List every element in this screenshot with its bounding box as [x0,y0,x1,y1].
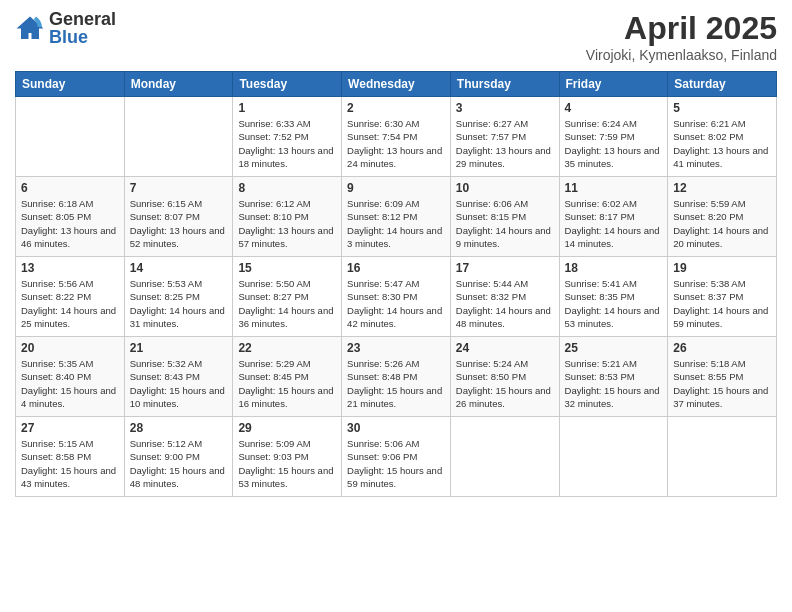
calendar-cell: 25Sunrise: 5:21 AM Sunset: 8:53 PM Dayli… [559,337,668,417]
calendar-cell: 2Sunrise: 6:30 AM Sunset: 7:54 PM Daylig… [342,97,451,177]
day-number: 7 [130,181,228,195]
day-info: Sunrise: 6:15 AM Sunset: 8:07 PM Dayligh… [130,197,228,250]
calendar-cell: 6Sunrise: 6:18 AM Sunset: 8:05 PM Daylig… [16,177,125,257]
day-header-tuesday: Tuesday [233,72,342,97]
calendar-week-3: 20Sunrise: 5:35 AM Sunset: 8:40 PM Dayli… [16,337,777,417]
day-number: 20 [21,341,119,355]
day-number: 22 [238,341,336,355]
calendar-week-2: 13Sunrise: 5:56 AM Sunset: 8:22 PM Dayli… [16,257,777,337]
day-info: Sunrise: 5:12 AM Sunset: 9:00 PM Dayligh… [130,437,228,490]
day-number: 3 [456,101,554,115]
day-number: 24 [456,341,554,355]
page: General Blue April 2025 Virojoki, Kymenl… [0,0,792,612]
day-number: 10 [456,181,554,195]
day-header-friday: Friday [559,72,668,97]
calendar-cell: 16Sunrise: 5:47 AM Sunset: 8:30 PM Dayli… [342,257,451,337]
calendar-cell: 28Sunrise: 5:12 AM Sunset: 9:00 PM Dayli… [124,417,233,497]
day-number: 8 [238,181,336,195]
header: General Blue April 2025 Virojoki, Kymenl… [15,10,777,63]
day-number: 17 [456,261,554,275]
day-header-wednesday: Wednesday [342,72,451,97]
calendar-cell: 21Sunrise: 5:32 AM Sunset: 8:43 PM Dayli… [124,337,233,417]
calendar-cell: 20Sunrise: 5:35 AM Sunset: 8:40 PM Dayli… [16,337,125,417]
day-number: 14 [130,261,228,275]
day-info: Sunrise: 5:26 AM Sunset: 8:48 PM Dayligh… [347,357,445,410]
day-number: 18 [565,261,663,275]
calendar-cell: 13Sunrise: 5:56 AM Sunset: 8:22 PM Dayli… [16,257,125,337]
day-info: Sunrise: 5:06 AM Sunset: 9:06 PM Dayligh… [347,437,445,490]
calendar-cell: 18Sunrise: 5:41 AM Sunset: 8:35 PM Dayli… [559,257,668,337]
day-header-monday: Monday [124,72,233,97]
day-info: Sunrise: 5:47 AM Sunset: 8:30 PM Dayligh… [347,277,445,330]
day-info: Sunrise: 6:21 AM Sunset: 8:02 PM Dayligh… [673,117,771,170]
calendar-cell: 30Sunrise: 5:06 AM Sunset: 9:06 PM Dayli… [342,417,451,497]
day-info: Sunrise: 5:50 AM Sunset: 8:27 PM Dayligh… [238,277,336,330]
calendar-cell [124,97,233,177]
calendar-cell [668,417,777,497]
calendar-cell: 11Sunrise: 6:02 AM Sunset: 8:17 PM Dayli… [559,177,668,257]
day-info: Sunrise: 5:35 AM Sunset: 8:40 PM Dayligh… [21,357,119,410]
day-number: 1 [238,101,336,115]
calendar-cell: 1Sunrise: 6:33 AM Sunset: 7:52 PM Daylig… [233,97,342,177]
day-number: 23 [347,341,445,355]
day-info: Sunrise: 6:33 AM Sunset: 7:52 PM Dayligh… [238,117,336,170]
calendar-cell: 3Sunrise: 6:27 AM Sunset: 7:57 PM Daylig… [450,97,559,177]
day-number: 16 [347,261,445,275]
calendar-table: SundayMondayTuesdayWednesdayThursdayFrid… [15,71,777,497]
day-info: Sunrise: 6:09 AM Sunset: 8:12 PM Dayligh… [347,197,445,250]
day-number: 2 [347,101,445,115]
logo-general-text: General [49,10,116,28]
day-number: 12 [673,181,771,195]
day-headers-row: SundayMondayTuesdayWednesdayThursdayFrid… [16,72,777,97]
day-info: Sunrise: 5:56 AM Sunset: 8:22 PM Dayligh… [21,277,119,330]
day-info: Sunrise: 6:02 AM Sunset: 8:17 PM Dayligh… [565,197,663,250]
calendar-cell: 19Sunrise: 5:38 AM Sunset: 8:37 PM Dayli… [668,257,777,337]
day-info: Sunrise: 5:44 AM Sunset: 8:32 PM Dayligh… [456,277,554,330]
day-info: Sunrise: 6:12 AM Sunset: 8:10 PM Dayligh… [238,197,336,250]
day-info: Sunrise: 5:21 AM Sunset: 8:53 PM Dayligh… [565,357,663,410]
day-info: Sunrise: 5:32 AM Sunset: 8:43 PM Dayligh… [130,357,228,410]
calendar-cell: 26Sunrise: 5:18 AM Sunset: 8:55 PM Dayli… [668,337,777,417]
day-info: Sunrise: 5:29 AM Sunset: 8:45 PM Dayligh… [238,357,336,410]
calendar-cell: 14Sunrise: 5:53 AM Sunset: 8:25 PM Dayli… [124,257,233,337]
calendar-cell [450,417,559,497]
day-info: Sunrise: 6:24 AM Sunset: 7:59 PM Dayligh… [565,117,663,170]
day-header-saturday: Saturday [668,72,777,97]
calendar-week-0: 1Sunrise: 6:33 AM Sunset: 7:52 PM Daylig… [16,97,777,177]
day-number: 5 [673,101,771,115]
calendar-body: 1Sunrise: 6:33 AM Sunset: 7:52 PM Daylig… [16,97,777,497]
day-info: Sunrise: 5:18 AM Sunset: 8:55 PM Dayligh… [673,357,771,410]
day-info: Sunrise: 6:27 AM Sunset: 7:57 PM Dayligh… [456,117,554,170]
logo-icon [15,13,45,43]
title-block: April 2025 Virojoki, Kymenlaakso, Finlan… [586,10,777,63]
calendar-cell [16,97,125,177]
day-number: 30 [347,421,445,435]
calendar-cell: 12Sunrise: 5:59 AM Sunset: 8:20 PM Dayli… [668,177,777,257]
day-info: Sunrise: 5:15 AM Sunset: 8:58 PM Dayligh… [21,437,119,490]
day-number: 27 [21,421,119,435]
day-number: 13 [21,261,119,275]
day-number: 11 [565,181,663,195]
day-number: 19 [673,261,771,275]
calendar-cell: 8Sunrise: 6:12 AM Sunset: 8:10 PM Daylig… [233,177,342,257]
day-number: 29 [238,421,336,435]
main-title: April 2025 [586,10,777,47]
day-info: Sunrise: 5:38 AM Sunset: 8:37 PM Dayligh… [673,277,771,330]
calendar-cell: 17Sunrise: 5:44 AM Sunset: 8:32 PM Dayli… [450,257,559,337]
day-number: 6 [21,181,119,195]
subtitle: Virojoki, Kymenlaakso, Finland [586,47,777,63]
calendar-cell [559,417,668,497]
day-number: 28 [130,421,228,435]
day-number: 9 [347,181,445,195]
day-number: 21 [130,341,228,355]
day-number: 4 [565,101,663,115]
calendar-cell: 7Sunrise: 6:15 AM Sunset: 8:07 PM Daylig… [124,177,233,257]
calendar-cell: 22Sunrise: 5:29 AM Sunset: 8:45 PM Dayli… [233,337,342,417]
logo-text: General Blue [49,10,116,46]
day-info: Sunrise: 6:06 AM Sunset: 8:15 PM Dayligh… [456,197,554,250]
day-header-thursday: Thursday [450,72,559,97]
calendar-cell: 23Sunrise: 5:26 AM Sunset: 8:48 PM Dayli… [342,337,451,417]
calendar-week-4: 27Sunrise: 5:15 AM Sunset: 8:58 PM Dayli… [16,417,777,497]
logo-blue-text: Blue [49,28,116,46]
calendar-cell: 27Sunrise: 5:15 AM Sunset: 8:58 PM Dayli… [16,417,125,497]
